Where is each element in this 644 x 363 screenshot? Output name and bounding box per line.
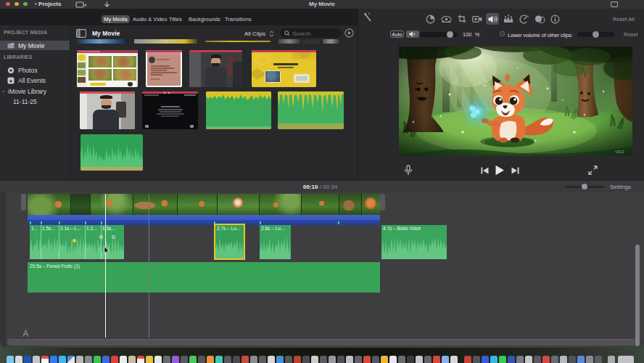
svg-text:VEO: VEO bbox=[615, 150, 624, 154]
